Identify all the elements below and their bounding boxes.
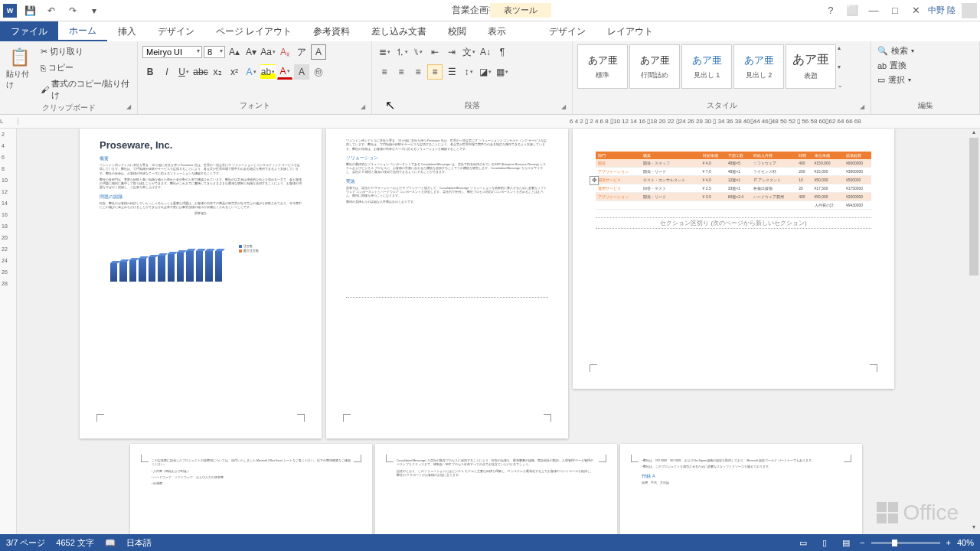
page-3[interactable]: ✥ 部門 職業 時給単価 予想工数 時給人件費 時間 単位単価 拡張経費 開発開… (573, 129, 894, 389)
highlight-button[interactable]: ab (260, 64, 276, 80)
zoom-in-button[interactable]: + (946, 538, 951, 547)
page-2[interactable]: ワシントン州シアトルに本社を置き、10 か国に支社を持つ Proseware 社… (326, 129, 568, 439)
clipboard-dialog-launcher[interactable]: ◢ (126, 103, 136, 112)
status-language[interactable]: 日本語 (126, 537, 152, 549)
view-print-layout-button[interactable]: ▯ (817, 536, 832, 549)
italic-button[interactable]: I (159, 64, 175, 80)
select-button[interactable]: ▭選択▾ (876, 73, 913, 86)
paragraph-dialog-launcher[interactable]: ◢ (561, 103, 570, 112)
table-move-handle[interactable]: ✥ (590, 176, 599, 185)
tab-view[interactable]: 表示 (477, 21, 517, 41)
table-row[interactable]: 開発開発・スタッフ¥ 4,048週×5ソフトウェア400¥150,000¥600… (596, 159, 871, 168)
table-row[interactable]: アプリケーション開発・リード¥ 3.560週×2.4ハードウェア費用400¥50… (596, 193, 871, 201)
replace-button[interactable]: ab置換 (876, 59, 908, 72)
user-name[interactable]: 中野 陸 (928, 5, 956, 16)
zoom-slider[interactable] (871, 542, 940, 544)
style-heading2[interactable]: あア亜見出し 2 (733, 44, 784, 89)
table-total-row[interactable]: 人件費の計:¥9430000 (596, 201, 871, 210)
text-effects-button[interactable]: A (243, 64, 259, 80)
subscript-button[interactable]: x₂ (210, 64, 225, 80)
align-center-button[interactable]: ≡ (394, 64, 409, 80)
justify-button[interactable]: ≡ (427, 64, 443, 80)
scroll-down-arrow[interactable]: ▾ (968, 523, 980, 534)
zoom-slider-knob[interactable] (892, 540, 897, 546)
page-1[interactable]: Proseware, Inc. 概要 ワシントン州シアトルに本社を置き、10 か… (80, 129, 322, 439)
document-area[interactable]: 2 4 6 8 10 12 14 16 18 20 22 24 26 28 Pr… (0, 129, 968, 534)
phonetic-guide-button[interactable]: ア (294, 44, 309, 60)
tab-mailings[interactable]: 差し込み文書 (361, 21, 437, 41)
decrease-indent-button[interactable]: ⇤ (427, 44, 443, 60)
tab-insert[interactable]: 挿入 (107, 21, 147, 41)
status-proofing-icon[interactable]: 📖 (105, 538, 116, 548)
page-5[interactable]: Consolidated Messenger を貴社の既存プロセスに追加すること… (375, 444, 617, 534)
change-case-button[interactable]: Aa (260, 44, 276, 60)
view-web-layout-button[interactable]: ▤ (838, 536, 854, 549)
enclose-characters-button[interactable]: ㊞ (311, 64, 326, 80)
tab-page-layout[interactable]: ページ レイアウト (205, 21, 302, 41)
qat-save-icon[interactable]: 💾 (21, 2, 38, 19)
distributed-button[interactable]: ☰ (444, 64, 459, 80)
style-title[interactable]: あア亜表題 (786, 44, 836, 89)
character-shading-button[interactable]: A (294, 64, 309, 80)
shrink-font-button[interactable]: A▾ (243, 44, 259, 60)
status-word-count[interactable]: 4652 文字 (56, 537, 94, 549)
asian-layout-button[interactable]: 文 (461, 44, 476, 60)
horizontal-ruler[interactable]: L 6 4 2 ▯ 2 4 6 8 ▯10 12 14 16 ▯18 20 22… (0, 115, 980, 129)
underline-button[interactable]: U (176, 64, 191, 80)
bullets-button[interactable]: ≣ (377, 44, 392, 60)
help-icon[interactable]: ? (821, 2, 841, 19)
tab-home[interactable]: ホーム (58, 21, 107, 41)
clear-formatting-button[interactable]: Aᵪ (277, 44, 292, 60)
avatar[interactable] (962, 3, 977, 18)
zoom-level[interactable]: 40% (957, 538, 974, 547)
format-painter-button[interactable]: 🖌書式のコピー/貼り付け (38, 77, 132, 103)
vertical-ruler[interactable]: 2 4 6 8 10 12 14 16 18 20 22 24 26 28 (0, 129, 17, 534)
align-left-button[interactable]: ≡ (377, 64, 392, 80)
vertical-scrollbar[interactable]: ▴ ▾ (968, 129, 980, 534)
minimize-icon[interactable]: — (864, 2, 884, 19)
page-4[interactable]: この提案書に記載したプロジェクトの総費用については、添付いたしました Micro… (130, 444, 372, 534)
scroll-thumb[interactable] (969, 138, 978, 276)
table-row[interactable]: 開発サービステスト・コンサルタント¥ 4,012週×1IT アシスタント10¥5… (596, 176, 871, 184)
qat-customize-icon[interactable]: ▾ (86, 2, 103, 19)
find-button[interactable]: 🔍検索▾ (876, 44, 916, 57)
page-6[interactable]: • 弊社は、ISO 9000、ISO 9001、および Six Sigma 組織… (620, 444, 862, 534)
cut-button[interactable]: ✂切り取り (38, 44, 132, 59)
font-color-button[interactable]: A (277, 64, 292, 80)
character-border-button[interactable]: A (311, 44, 326, 60)
multilevel-list-button[interactable]: ⑊ (410, 44, 426, 60)
paste-button[interactable]: 📋 貼り付け (5, 44, 34, 93)
sort-button[interactable]: A↓ (478, 44, 493, 60)
table-row[interactable]: 運用サービス回答・テスト¥ 2.533週×1各種出版物20¥17,500¥175… (596, 184, 871, 193)
close-icon[interactable]: ✕ (906, 2, 926, 19)
cost-table[interactable]: 部門 職業 時給単価 予想工数 時給人件費 時間 単位単価 拡張経費 開発開発・… (596, 152, 871, 210)
bold-button[interactable]: B (142, 64, 158, 80)
superscript-button[interactable]: x² (227, 64, 242, 80)
increase-indent-button[interactable]: ⇥ (444, 44, 459, 60)
qat-undo-icon[interactable]: ↶ (43, 2, 60, 19)
tab-review[interactable]: 校閲 (437, 21, 477, 41)
tab-file[interactable]: ファイル (0, 21, 58, 41)
restore-icon[interactable]: □ (885, 2, 905, 19)
view-read-mode-button[interactable]: ▭ (795, 536, 811, 549)
tab-design[interactable]: デザイン (147, 21, 205, 41)
borders-button[interactable]: ▦ (495, 64, 510, 80)
tab-table-design[interactable]: デザイン (538, 21, 596, 41)
zoom-out-button[interactable]: − (860, 538, 864, 547)
ribbon-display-icon[interactable]: ⬜ (842, 2, 862, 19)
strikethrough-button[interactable]: abc (193, 64, 208, 80)
styles-gallery[interactable]: あア亜標準 あア亜行間詰め あア亜見出し 1 あア亜見出し 2 あア亜表題 ▴▾… (577, 44, 848, 89)
align-right-button[interactable]: ≡ (410, 64, 426, 80)
copy-button[interactable]: ⎘コピー (38, 60, 132, 75)
status-page[interactable]: 3/7 ページ (6, 537, 45, 549)
show-marks-button[interactable]: ¶ (495, 44, 510, 60)
style-heading1[interactable]: あア亜見出し 1 (681, 44, 732, 89)
font-name-combo[interactable]: Meiryo UI (142, 46, 202, 58)
font-dialog-launcher[interactable]: ◢ (361, 103, 370, 112)
styles-dialog-launcher[interactable]: ◢ (860, 103, 869, 112)
font-size-combo[interactable]: 8 (204, 46, 225, 58)
qat-redo-icon[interactable]: ↷ (64, 2, 81, 19)
style-normal[interactable]: あア亜標準 (577, 44, 628, 89)
tab-table-layout[interactable]: レイアウト (596, 21, 664, 41)
grow-font-button[interactable]: A▴ (227, 44, 242, 60)
